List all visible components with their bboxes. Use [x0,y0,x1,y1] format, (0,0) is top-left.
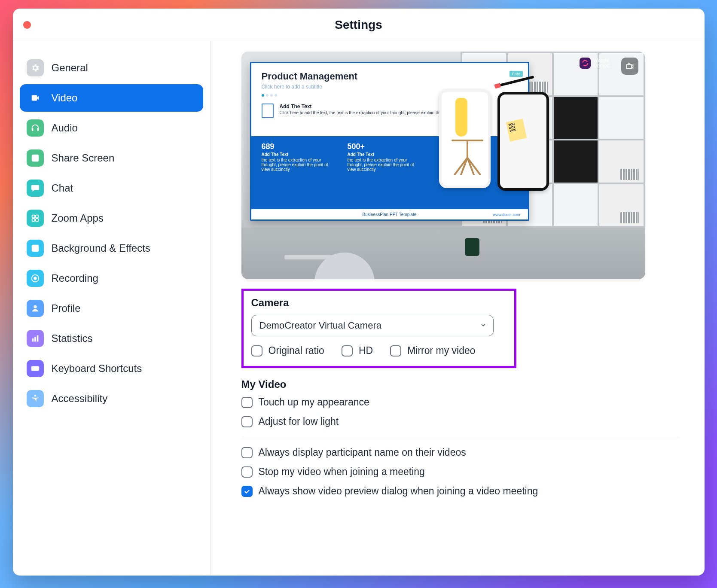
sidebar-item-accessibility[interactable]: Accessibility [20,385,203,412]
display-name-checkbox[interactable]: Always display participant name on their… [241,447,679,458]
sidebar-item-label: General [52,62,88,74]
checkbox-box [241,466,253,478]
sidebar-item-label: Profile [52,302,81,314]
slide-footer: BusinessPlan PPT Template [363,212,417,217]
chevron-down-icon [480,320,487,331]
sidebar-item-label: Chat [52,182,73,194]
checkbox-box [241,486,253,497]
checkbox-label: Touch up my appearance [259,396,369,408]
preview-desk [241,228,645,279]
gear-icon [27,59,44,76]
svg-point-19 [34,395,36,397]
checkbox-box [251,345,262,356]
checkbox-box [241,416,253,427]
hd-checkbox[interactable]: HD [342,345,373,356]
window-body: General Video Audio Share Screen [13,41,705,576]
keyboard-icon [27,360,44,377]
window-close-button[interactable] [23,21,31,29]
rotate-camera-button[interactable] [621,58,638,75]
slide-stat-2: 500+ Add The Text the text is the extrac… [348,142,416,200]
sidebar-item-label: Recording [52,272,98,284]
slide-link: www.docer.com [493,213,520,217]
sidebar-item-label: Background & Effects [52,242,150,254]
mirror-video-checkbox[interactable]: Mirror my video [390,345,475,356]
main-panel: Free Product Management Click here to ad… [211,41,705,576]
svg-point-15 [34,367,35,368]
sidebar-item-label: Share Screen [52,152,115,164]
headphones-icon [27,119,44,137]
slide-subtitle: Click here to add a subtitle [262,84,518,90]
checkbox-box [241,397,253,408]
sidebar-item-chat[interactable]: Chat [20,174,203,202]
user-rect-icon [27,240,44,257]
svg-rect-3 [32,219,34,221]
checkbox-label: Always show video preview dialog when jo… [259,485,538,497]
settings-window: Settings General Video Audio [13,9,705,576]
show-preview-checkbox[interactable]: Always show video preview dialog when jo… [241,485,679,497]
checkbox-box [342,345,353,356]
touch-up-checkbox[interactable]: Touch up my appearance [241,396,679,408]
svg-rect-10 [32,338,34,341]
free-tag: Free [510,71,523,77]
checkbox-label: HD [359,345,373,356]
checkbox-label: Adjust for low light [259,416,339,427]
checkbox-box [241,447,253,458]
sidebar-item-label: Audio [52,122,78,134]
sidebar-item-label: Zoom Apps [52,212,104,224]
sidebar-item-audio[interactable]: Audio [20,114,203,142]
svg-point-16 [35,367,36,368]
video-preview: Free Product Management Click here to ad… [241,52,645,279]
camera-select-value: DemoCreator Virtual Camera [259,320,381,331]
video-camera-icon [27,89,44,107]
sidebar-item-label: Video [52,92,78,104]
sidebar-item-share-screen[interactable]: Share Screen [20,144,203,172]
slide-title: Product Management [262,71,518,82]
svg-point-9 [34,305,37,308]
svg-rect-4 [35,219,38,221]
svg-rect-12 [37,335,38,342]
sidebar: General Video Audio Share Screen [13,41,211,576]
sidebar-item-label: Statistics [52,332,93,344]
window-title: Settings [335,18,382,32]
slide-stat-1: 689 Add The Text the text is the extract… [262,142,330,200]
sidebar-item-background-effects[interactable]: Background & Effects [20,235,203,262]
checkbox-label: Stop my video when joining a meeting [259,466,425,478]
stop-video-on-join-checkbox[interactable]: Stop my video when joining a meeting [241,466,679,478]
my-video-section-title: My Video [241,378,679,390]
bar-chart-icon [27,330,44,347]
camera-select[interactable]: DemoCreator Virtual Camera [251,315,494,336]
sidebar-item-keyboard-shortcuts[interactable]: Keyboard Shortcuts [20,355,203,382]
phone-mockup-1 [439,89,491,188]
arrow-up-square-icon [27,149,44,167]
watermark-brand: WondeDemoC [580,58,611,69]
checkbox-label: Mirror my video [407,345,475,356]
svg-rect-2 [35,215,38,218]
sidebar-item-statistics[interactable]: Statistics [20,325,203,352]
notebook-icon [262,104,274,118]
low-light-checkbox[interactable]: Adjust for low light [241,416,679,427]
camera-section-title: Camera [251,297,506,309]
sidebar-item-profile[interactable]: Profile [20,295,203,322]
sticky-note: YOU GOT THIS [506,119,527,141]
svg-point-14 [32,367,33,368]
camera-section-highlight: Camera DemoCreator Virtual Camera Origin… [241,289,516,368]
svg-point-17 [37,367,38,368]
original-ratio-checkbox[interactable]: Original ratio [251,345,324,356]
checkbox-label: Original ratio [268,345,324,356]
svg-rect-13 [31,366,39,371]
user-icon [27,300,44,317]
svg-point-6 [34,246,37,249]
record-icon [27,270,44,287]
sidebar-item-zoom-apps[interactable]: Zoom Apps [20,204,203,232]
sidebar-item-general[interactable]: General [20,54,203,82]
accessibility-icon [27,390,44,407]
sidebar-item-video[interactable]: Video [20,84,203,112]
sidebar-item-label: Keyboard Shortcuts [52,363,142,375]
svg-rect-1 [32,215,34,218]
sidebar-item-recording[interactable]: Recording [20,265,203,292]
apps-icon [27,210,44,227]
titlebar: Settings [13,9,705,41]
checkbox-label: Always display participant name on their… [259,447,466,458]
sidebar-item-label: Accessibility [52,393,108,405]
chat-bubble-icon [27,180,44,197]
